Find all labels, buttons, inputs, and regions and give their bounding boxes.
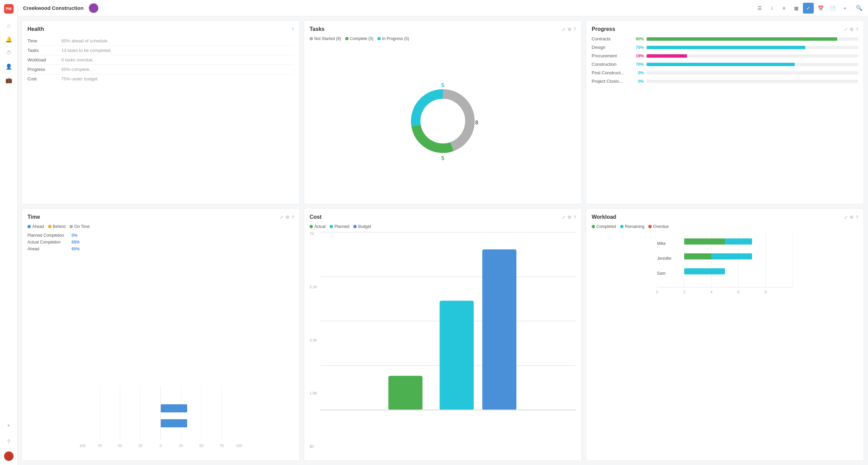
search-icon[interactable]: 🔍: [856, 5, 863, 11]
sidebar-portfolio-icon[interactable]: 💼: [3, 74, 15, 86]
time-settings-icon[interactable]: ⚙: [285, 215, 290, 220]
cost-chart: [320, 232, 576, 455]
cost-legend-item: Budget: [353, 224, 371, 229]
cost-bar-budget: [482, 250, 516, 410]
workload-chart: Mike Jennifer Sam 0 2 4 6 8: [592, 233, 858, 301]
time-rows: Planned Completion 0% Actual Completion …: [27, 233, 294, 251]
legend-label: On Time: [74, 224, 90, 229]
progress-header: Progress ⤢ ⚙ ?: [592, 26, 858, 32]
workload-mike-completed: [684, 238, 725, 245]
sidebar-people-icon[interactable]: 👤: [3, 60, 15, 73]
health-actions: ?: [292, 27, 294, 32]
legend-dot: [620, 225, 624, 228]
sidebar-time-icon[interactable]: ⏱: [3, 47, 15, 59]
time-title: Time: [27, 214, 280, 220]
legend-dot: [377, 37, 381, 40]
topbar-icon-gantt[interactable]: ⫶: [766, 3, 777, 14]
sidebar-notifications-icon[interactable]: 🔔: [3, 33, 15, 45]
progress-bar-fill: [647, 63, 795, 66]
cost-title: Cost: [310, 214, 562, 220]
health-row-value: 0 tasks overdue.: [61, 55, 294, 65]
progress-help-icon[interactable]: ?: [856, 27, 858, 32]
progress-row: Construction 70%: [592, 62, 858, 67]
topbar-icon-grid[interactable]: ≡: [778, 3, 789, 14]
topbar-icon-table[interactable]: ▦: [791, 3, 802, 14]
cost-y-0: $0: [310, 444, 317, 448]
time-row-label: Ahead: [27, 247, 72, 251]
progress-row-pct: 90%: [632, 37, 644, 41]
app-logo[interactable]: PM: [4, 4, 14, 14]
cost-actions: ⤢ ⚙ ?: [562, 215, 576, 220]
svg-text:50: 50: [118, 444, 122, 448]
progress-bar-bg: [647, 46, 858, 49]
time-row: Actual Completion 65%: [27, 240, 294, 245]
time-bar-ahead: [161, 419, 187, 427]
sidebar-help-icon[interactable]: ?: [3, 436, 15, 448]
sidebar: PM ⌂ 🔔 ⏱ 👤 💼 + ?: [0, 0, 18, 465]
sidebar-avatar[interactable]: [4, 451, 14, 461]
time-help-icon[interactable]: ?: [292, 215, 294, 220]
time-row-label: Planned Completion: [27, 233, 72, 238]
health-panel: Health ? Time65% ahead of schedule.Tasks…: [22, 20, 300, 204]
cost-help-icon[interactable]: ?: [574, 215, 576, 220]
topbar-icon-add[interactable]: +: [840, 3, 850, 14]
health-help-icon[interactable]: ?: [292, 27, 294, 32]
time-row: Planned Completion 0%: [27, 233, 294, 238]
tasks-expand-icon[interactable]: ⤢: [562, 27, 566, 32]
progress-row-label: Post Construct...: [592, 70, 629, 75]
cost-bar-planned: [439, 301, 474, 410]
topbar-icon-dashboard[interactable]: ✓: [803, 3, 814, 14]
workload-panel: Workload ⤢ ⚙ ? CompletedRemainingOverdue: [586, 208, 864, 461]
cost-legend-item: Actual: [310, 224, 326, 229]
tasks-legend-item: Not Started (8): [310, 36, 341, 41]
health-row: Tasks13 tasks to be completed.: [27, 46, 294, 55]
legend-dot: [310, 225, 313, 228]
project-avatar[interactable]: [89, 3, 98, 13]
progress-bar-bg: [647, 54, 858, 58]
progress-row-pct: 19%: [632, 54, 644, 58]
cost-expand-icon[interactable]: ⤢: [562, 215, 566, 220]
progress-panel: Progress ⤢ ⚙ ? Contracts 90% Design 75% …: [586, 20, 864, 204]
health-row-label: Time: [27, 36, 61, 46]
legend-dot: [345, 37, 349, 40]
time-legend: AheadBehindOn Time: [27, 224, 294, 229]
progress-row-pct: 75%: [632, 45, 644, 50]
workload-header: Workload ⤢ ⚙ ?: [592, 214, 858, 220]
workload-jennifer-completed: [684, 253, 711, 259]
tasks-title: Tasks: [310, 26, 562, 32]
legend-dot: [592, 225, 595, 228]
health-header: Health ?: [27, 26, 294, 32]
time-row-pct: 65%: [72, 247, 85, 251]
topbar-icon-list[interactable]: ☰: [754, 3, 765, 14]
sidebar-add-icon[interactable]: +: [3, 420, 15, 432]
time-legend-item: On Time: [70, 224, 90, 229]
cost-y-7k: 7K: [310, 232, 317, 236]
legend-label: Overdue: [653, 224, 669, 229]
time-expand-icon[interactable]: ⤢: [280, 215, 283, 220]
legend-label: Completed: [596, 224, 616, 229]
progress-bar-fill: [647, 37, 837, 41]
progress-row: Post Construct... 0%: [592, 70, 858, 75]
cost-y-52k: 5.2K: [310, 285, 317, 289]
cost-settings-icon[interactable]: ⚙: [568, 215, 572, 220]
tasks-help-icon[interactable]: ?: [574, 27, 576, 32]
sidebar-home-icon[interactable]: ⌂: [3, 20, 15, 32]
workload-help-icon[interactable]: ?: [856, 215, 858, 220]
legend-label: Not Started (8): [314, 36, 341, 41]
progress-expand-icon[interactable]: ⤢: [844, 27, 848, 32]
time-legend-item: Ahead: [27, 224, 44, 229]
svg-text:6: 6: [737, 290, 739, 294]
health-row-label: Cost: [27, 74, 61, 84]
cost-panel: Cost ⤢ ⚙ ? ActualPlannedBudget 7K 5.2K 3…: [304, 208, 582, 461]
progress-title: Progress: [592, 26, 844, 32]
legend-dot: [48, 225, 52, 228]
progress-bar-fill: [647, 46, 805, 49]
progress-settings-icon[interactable]: ⚙: [850, 27, 854, 32]
topbar-icon-calendar[interactable]: 📅: [815, 3, 826, 14]
tasks-settings-icon[interactable]: ⚙: [568, 27, 572, 32]
workload-expand-icon[interactable]: ⤢: [844, 215, 848, 220]
topbar-icon-doc[interactable]: 📄: [827, 3, 838, 14]
workload-settings-icon[interactable]: ⚙: [850, 215, 854, 220]
progress-row-label: Procurement: [592, 53, 629, 58]
time-row: Ahead 65%: [27, 247, 294, 251]
